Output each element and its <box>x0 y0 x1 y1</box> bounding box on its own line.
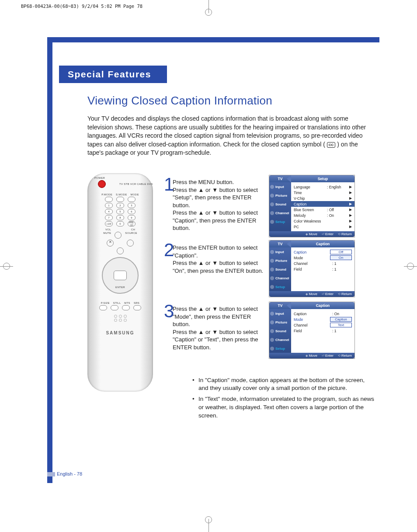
osd-title: Caption <box>291 240 354 247</box>
brand-logo: SAMSUNG <box>87 330 153 335</box>
arrow-right-icon: ▶ <box>349 225 352 229</box>
osd-foot-return: Return <box>338 232 352 236</box>
remote-btn <box>122 305 130 310</box>
osd-side-channel: Channel <box>269 335 291 344</box>
osd-foot-move: Move <box>306 292 317 296</box>
plus100: +100 <box>105 221 113 226</box>
step-text: Press the ENTER button to select "Captio… <box>173 244 264 275</box>
osd-row-key: Color Weakness <box>294 219 321 223</box>
spacer <box>117 240 123 244</box>
still-label: STILL <box>113 302 121 304</box>
crop-mark-top <box>200 0 217 13</box>
num-3: 3 <box>128 203 136 208</box>
osd-foot-enter: Enter <box>322 292 334 296</box>
osd-title: Setup <box>291 175 354 182</box>
dot-icon <box>119 319 122 322</box>
step-number: 2 <box>164 238 174 263</box>
osd-row-value: Text <box>330 323 352 327</box>
pmode-label: P.MODE <box>101 193 112 196</box>
arrow-right-icon: ▶ <box>349 196 352 200</box>
osd-row-key: V-Chip <box>294 196 305 201</box>
dot-icon <box>114 319 117 322</box>
osd-row: ChannelText <box>294 322 352 328</box>
osd-row-key: Field <box>294 329 302 333</box>
arrow-right-icon: ▶ <box>349 219 352 223</box>
intro-paragraph: Your TV decodes and displays the closed … <box>87 115 367 157</box>
osd-side-input: Input <box>269 309 291 318</box>
osd-row: Color Weakness▶ <box>294 218 352 224</box>
osd-row-value: : 1 <box>332 261 352 266</box>
ch-label: CH <box>131 228 135 231</box>
osd-row-value: On <box>330 255 352 260</box>
osd-foot-return: Return <box>338 354 352 358</box>
osd-footer: Move Enter Return <box>269 231 354 237</box>
osd-row-key: Field <box>294 267 302 271</box>
osd-row-key: PC <box>294 225 299 229</box>
step-text: Press the ▲ or ▼ button to select "Mode"… <box>173 305 264 351</box>
remote-btn <box>128 197 136 202</box>
remote-btn <box>133 305 141 310</box>
page-border-top <box>47 37 379 42</box>
osd-row-key: Channel <box>294 323 308 327</box>
osd-row-key: Caption <box>294 250 306 254</box>
osd-footer: Move Enter Return <box>269 291 354 297</box>
osd-row: Caption▶ <box>291 201 354 207</box>
note-item: In "Text" mode, information unrelated to… <box>192 395 376 420</box>
osd-row: Field: 1 <box>294 328 352 334</box>
osd-row-key: Channel <box>294 261 308 266</box>
osd-side-setup: Setup <box>269 344 291 353</box>
dot-icon <box>124 319 127 322</box>
num-6: 6 <box>128 209 136 214</box>
osd-row-key: Mode <box>294 317 303 322</box>
dot-icon <box>114 315 117 318</box>
osd-foot-move: Move <box>306 354 317 358</box>
osd-row-value: : 1 <box>332 329 352 333</box>
note-item: In "Caption" mode, caption appears at th… <box>192 376 376 393</box>
osd-row: ModeOn <box>294 255 352 261</box>
osd-row-key: Caption <box>294 312 306 316</box>
remote-btn <box>116 197 124 202</box>
arrow-right-icon: ▶ <box>349 191 352 195</box>
step-text: Press the MENU button. Press the ▲ or ▼ … <box>173 178 264 232</box>
vol-label: VOL <box>105 228 111 231</box>
mute-label: MUTE <box>103 232 111 239</box>
source-label: SOURCE <box>125 232 137 239</box>
num-4: 4 <box>105 209 113 214</box>
osd-row-value: : 1 <box>332 267 352 271</box>
remote-btn <box>99 305 107 310</box>
step-1: 1 Press the MENU button. Press the ▲ or … <box>173 178 264 232</box>
osd-row: Channel: 1 <box>294 261 352 266</box>
osd-row: ModeCaption <box>294 316 352 322</box>
page-footer: English - 78 <box>57 471 82 476</box>
osd-sidebar: Input Picture Sound Channel Setup <box>269 247 291 291</box>
osd-panel-1: TV Setup Input Picture Sound Channel Set… <box>269 175 355 237</box>
section-title: Special Features <box>59 66 166 83</box>
remote-btn <box>105 197 113 202</box>
num-9: 9 <box>128 215 136 220</box>
arrow-right-icon: ▶ <box>349 185 352 189</box>
osd-row: Language: English▶ <box>294 184 352 190</box>
osd-row: Blue Screen: Off▶ <box>294 207 352 212</box>
num-7: 7 <box>105 215 113 220</box>
osd-row: V-Chip▶ <box>294 195 352 201</box>
num-0: 0 <box>116 221 124 226</box>
osd-side-picture: Picture <box>269 318 291 327</box>
osd-row-value: : English <box>327 185 347 189</box>
osd-foot-enter: Enter <box>322 232 334 236</box>
osd-main-3: Caption: OnModeCaptionChannelTextField: … <box>291 309 354 353</box>
arrow-right-icon: ▶ <box>349 213 352 217</box>
osd-main-1: Language: English▶Time▶V-Chip▶Caption▶Bl… <box>291 182 354 231</box>
page-title: Viewing Closed Caption Information <box>87 94 272 108</box>
remote-illustration: POWER TV STB VCR CABLE DVD P.MODE S.MODE… <box>87 173 153 392</box>
osd-row-key: Caption <box>294 202 306 206</box>
nav-up-icon <box>115 232 122 239</box>
osd-row-value: : Off <box>327 208 347 212</box>
remote-btn <box>111 305 118 310</box>
page-border-left <box>47 37 52 483</box>
osd-title: Caption <box>291 302 354 309</box>
srs-label: SRS <box>134 302 139 304</box>
osd-foot-return: Return <box>338 292 352 296</box>
osd-footer: Move Enter Return <box>269 353 354 358</box>
osd-row: Caption: On <box>294 311 352 316</box>
osd-row-value: Off <box>330 250 352 254</box>
